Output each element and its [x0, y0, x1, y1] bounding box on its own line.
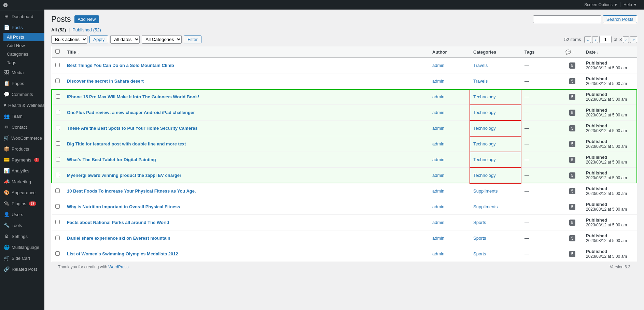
categories-filter-select[interactable]: All Categories	[142, 35, 182, 44]
row-checkbox[interactable]	[56, 126, 60, 130]
search-button[interactable]: Search Posts	[603, 15, 637, 23]
sidebar-item-marketing[interactable]: 📣 Marketing	[0, 176, 44, 187]
search-input[interactable]	[533, 15, 601, 23]
select-all-checkbox[interactable]	[55, 49, 60, 54]
post-title-link[interactable]: List of Women's Swimming Olympics Medali…	[67, 251, 178, 256]
sidebar-item-payments[interactable]: 💳 Payments 1	[0, 154, 44, 165]
sidebar-item-contact[interactable]: ✉ Contact	[0, 122, 44, 132]
sidebar-item-settings[interactable]: ⚙ Settings	[0, 231, 44, 242]
category-link[interactable]: Suppliments	[473, 188, 498, 194]
post-title-link[interactable]: Big Title for featured post with double …	[67, 141, 186, 146]
help-button[interactable]: Help ▼	[621, 2, 640, 7]
row-checkbox[interactable]	[56, 173, 60, 177]
post-title-link[interactable]: Best Things You Can Do on a Solo Mountai…	[67, 63, 174, 68]
post-title-link[interactable]: Why is Nutrition Important in Overall Ph…	[67, 204, 180, 209]
author-link[interactable]: admin	[432, 251, 444, 256]
author-link[interactable]: admin	[432, 204, 444, 209]
row-checkbox[interactable]	[55, 220, 60, 224]
next-page-button[interactable]: ›	[623, 36, 629, 43]
pages-icon: 📋	[3, 81, 10, 86]
category-link[interactable]: Technology	[473, 157, 496, 162]
row-checkbox[interactable]	[56, 110, 60, 114]
row-checkbox[interactable]	[55, 236, 60, 240]
sidebar-item-comments[interactable]: 💬 Comments	[0, 89, 44, 100]
sidebar-item-dashboard[interactable]: ⊞ Dashboard	[0, 11, 44, 22]
sidebar-item-woocommerce[interactable]: 🛒 WooCommerce	[0, 132, 44, 143]
category-link[interactable]: Sports	[473, 251, 486, 256]
category-link[interactable]: Technology	[473, 94, 496, 99]
author-link[interactable]: admin	[432, 63, 444, 68]
row-checkbox[interactable]	[55, 63, 60, 67]
post-title-link[interactable]: Discover the secret in Sahara desert	[67, 79, 144, 84]
post-title-link[interactable]: What's The Best Tablet for Digital Paint…	[67, 157, 156, 162]
author-link[interactable]: admin	[432, 236, 444, 241]
bulk-actions-select[interactable]: Bulk actions	[51, 35, 87, 44]
row-checkbox[interactable]	[55, 188, 60, 193]
post-title-link[interactable]: Facts about National Parks all around Th…	[67, 220, 169, 225]
dates-filter-select[interactable]: All dates	[110, 35, 140, 44]
first-page-button[interactable]: «	[584, 36, 591, 43]
sidebar-item-side-cart[interactable]: 🛒 Side Cart	[0, 253, 44, 264]
sidebar-item-add-new[interactable]: Add New	[3, 41, 44, 50]
last-page-button[interactable]: »	[630, 36, 637, 43]
add-new-button[interactable]: Add New	[74, 15, 99, 23]
category-link[interactable]: Technology	[473, 141, 496, 146]
sidebar-item-categories[interactable]: Categories	[3, 50, 44, 58]
post-title-link[interactable]: Myenergi award winning product the zappi…	[67, 173, 181, 178]
wordpress-link[interactable]: WordPress	[108, 265, 128, 269]
category-link[interactable]: Technology	[473, 173, 496, 178]
author-link[interactable]: admin	[432, 188, 444, 194]
author-link[interactable]: admin	[432, 173, 444, 178]
row-checkbox[interactable]	[55, 79, 60, 83]
sidebar-item-appearance[interactable]: 🎨 Appearance	[0, 187, 44, 198]
sidebar-item-team[interactable]: 👥 Team	[0, 111, 44, 122]
category-link[interactable]: Technology	[473, 110, 496, 115]
author-link[interactable]: admin	[432, 141, 444, 146]
category-link[interactable]: Technology	[473, 126, 496, 131]
apply-button[interactable]: Apply	[89, 36, 108, 43]
post-title-link[interactable]: Daniel share experience ski on Everest m…	[67, 236, 170, 241]
sidebar-item-plugins[interactable]: 🔌 Plugins 27	[0, 198, 44, 209]
row-checkbox[interactable]	[56, 94, 60, 99]
page-input[interactable]	[599, 36, 612, 43]
sidebar-sub-label: All Posts	[7, 34, 24, 40]
category-link[interactable]: Travels	[473, 79, 488, 84]
sidebar-item-products[interactable]: 📦 Products	[0, 143, 44, 154]
filter-all-link[interactable]: All (52)	[51, 27, 66, 32]
author-link[interactable]: admin	[432, 94, 444, 99]
author-link[interactable]: admin	[432, 126, 444, 131]
sidebar-item-health-wellness[interactable]: ♥ Health & Wellness	[0, 100, 44, 111]
screen-options-button[interactable]: Screen Options ▼	[582, 2, 621, 7]
filter-published-link[interactable]: Published (52)	[72, 27, 101, 32]
category-link[interactable]: Travels	[473, 63, 488, 68]
sidebar-item-media[interactable]: 🖼 Media	[0, 67, 44, 78]
post-title-link[interactable]: These Are the Best Spots to Put Your Hom…	[67, 126, 198, 131]
category-link[interactable]: Sports	[473, 220, 486, 225]
row-checkbox[interactable]	[55, 204, 60, 209]
sidebar-item-tags[interactable]: Tags	[3, 58, 44, 67]
row-checkbox[interactable]	[56, 157, 60, 161]
author-link[interactable]: admin	[432, 110, 444, 115]
sidebar-item-multilanguage[interactable]: 🌐 Multilanguage	[0, 242, 44, 253]
sidebar-item-label: Users	[12, 212, 23, 217]
sidebar-item-all-posts[interactable]: All Posts	[3, 33, 44, 41]
sidebar-item-users[interactable]: 👤 Users	[0, 209, 44, 220]
sidebar-item-analytics[interactable]: 📊 Analytics	[0, 165, 44, 176]
author-link[interactable]: admin	[432, 220, 444, 225]
post-title-link[interactable]: 10 Best Foods To Increase Your Physical …	[67, 188, 196, 194]
post-title-link[interactable]: iPhone 15 Pro Max Will Make It Into The …	[67, 94, 199, 99]
sidebar-item-posts[interactable]: 📄 Posts	[0, 22, 44, 33]
author-link[interactable]: admin	[432, 157, 444, 162]
filter-button[interactable]: Filter	[184, 36, 201, 43]
row-checkbox[interactable]	[55, 251, 60, 256]
prev-page-button[interactable]: ‹	[592, 36, 598, 43]
category-link[interactable]: Sports	[473, 236, 486, 241]
sidebar-item-pages[interactable]: 📋 Pages	[0, 78, 44, 89]
category-link[interactable]: Suppliments	[473, 204, 498, 209]
sidebar-item-tools[interactable]: 🔧 Tools	[0, 220, 44, 231]
col-header-title[interactable]: Title ↕	[64, 46, 429, 58]
post-title-link[interactable]: OnePlus Pad review: a new cheaper Androi…	[67, 110, 195, 115]
author-link[interactable]: admin	[432, 79, 444, 84]
sidebar-item-related-post[interactable]: 🔗 Related Post	[0, 264, 44, 274]
row-checkbox[interactable]	[56, 141, 60, 146]
